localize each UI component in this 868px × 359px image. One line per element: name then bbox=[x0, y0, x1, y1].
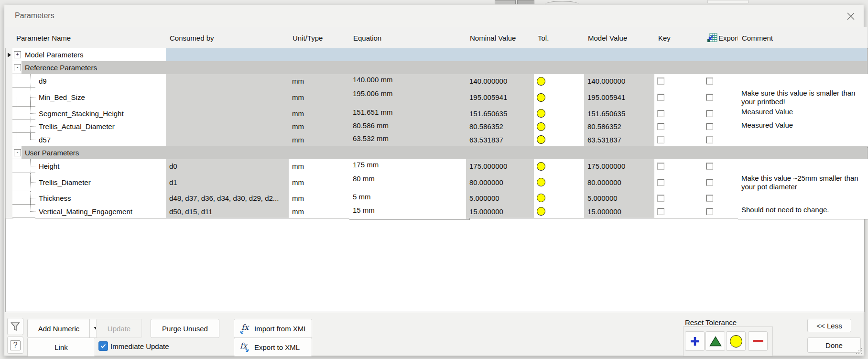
export-cell[interactable] bbox=[703, 205, 742, 218]
export-checkbox[interactable] bbox=[706, 163, 713, 170]
column-header-comment[interactable]: Comment bbox=[738, 27, 868, 49]
key-checkbox[interactable] bbox=[657, 123, 664, 130]
collapse-icon[interactable]: - bbox=[14, 149, 21, 156]
section-row-name[interactable]: Reference Parameters bbox=[22, 61, 170, 75]
tolerance-nominal-icon[interactable] bbox=[537, 109, 545, 118]
unit-cell[interactable]: mm bbox=[289, 205, 353, 218]
tolerance-nominal-icon[interactable] bbox=[537, 122, 545, 131]
column-header-unit[interactable]: Unit/Type bbox=[289, 27, 354, 49]
key-checkbox[interactable] bbox=[657, 208, 664, 215]
key-checkbox[interactable] bbox=[657, 110, 664, 117]
export-cell[interactable] bbox=[703, 74, 742, 88]
reset-tolerance-nominal-button[interactable] bbox=[726, 331, 746, 351]
unit-cell[interactable]: mm bbox=[289, 159, 353, 174]
tol-cell[interactable] bbox=[534, 173, 588, 192]
close-icon[interactable] bbox=[845, 10, 857, 22]
export-checkbox[interactable] bbox=[706, 136, 713, 143]
column-header-tol[interactable]: Tol. bbox=[534, 27, 588, 49]
export-checkbox[interactable] bbox=[706, 94, 713, 101]
comment-cell[interactable]: Should not need to change. bbox=[738, 205, 868, 219]
reset-tolerance-plus-button[interactable] bbox=[685, 331, 705, 351]
export-cell[interactable] bbox=[703, 159, 742, 174]
purge-unused-button[interactable]: Purge Unused bbox=[151, 319, 219, 338]
export-cell[interactable] bbox=[703, 191, 742, 205]
export-cell[interactable] bbox=[703, 120, 742, 133]
comment-cell[interactable] bbox=[738, 191, 868, 206]
help-button[interactable]: ? bbox=[7, 337, 23, 354]
less-button[interactable]: << Less bbox=[807, 319, 851, 332]
tol-cell[interactable] bbox=[534, 133, 588, 147]
column-header-equation[interactable]: Equation bbox=[349, 27, 470, 49]
parameter-name-cell[interactable]: Trellis_Actual_Diameter bbox=[35, 120, 170, 133]
key-cell[interactable] bbox=[654, 88, 707, 107]
key-checkbox[interactable] bbox=[657, 94, 664, 101]
tolerance-nominal-icon[interactable] bbox=[537, 162, 545, 171]
export-to-xml-button[interactable]: fx Export to XML bbox=[234, 337, 312, 357]
key-cell[interactable] bbox=[654, 205, 707, 218]
export-cell[interactable] bbox=[703, 173, 742, 192]
import-from-xml-button[interactable]: fx Import from XML bbox=[234, 319, 312, 338]
done-button[interactable]: Done bbox=[807, 337, 861, 353]
comment-cell[interactable]: Make this value ~25mm smaller than your … bbox=[738, 173, 868, 193]
comment-cell[interactable] bbox=[738, 133, 868, 148]
add-numeric-button[interactable]: Add Numeric bbox=[27, 319, 103, 338]
parameter-name-cell[interactable]: Height bbox=[35, 159, 170, 174]
tolerance-nominal-icon[interactable] bbox=[537, 93, 545, 102]
key-checkbox[interactable] bbox=[657, 179, 664, 186]
tol-cell[interactable] bbox=[534, 107, 588, 120]
export-checkbox[interactable] bbox=[706, 195, 713, 202]
update-button[interactable]: Update bbox=[96, 319, 142, 338]
export-cell[interactable] bbox=[703, 107, 742, 120]
export-checkbox[interactable] bbox=[706, 110, 713, 117]
export-cell[interactable] bbox=[703, 133, 742, 147]
key-checkbox[interactable] bbox=[657, 77, 664, 85]
key-cell[interactable] bbox=[654, 74, 707, 88]
column-header-key[interactable]: Key bbox=[654, 27, 707, 49]
export-checkbox[interactable] bbox=[706, 208, 713, 215]
comment-cell[interactable]: Make sure this value is smaller than you… bbox=[738, 88, 868, 108]
key-cell[interactable] bbox=[654, 191, 707, 205]
key-checkbox[interactable] bbox=[657, 136, 664, 143]
comment-cell[interactable] bbox=[738, 74, 868, 89]
equation-cell[interactable]: 15 mm bbox=[349, 205, 470, 220]
tolerance-nominal-icon[interactable] bbox=[537, 77, 545, 86]
column-header-model[interactable]: Model Value bbox=[584, 27, 659, 49]
parameter-name-cell[interactable]: Segment_Stacking_Height bbox=[35, 107, 170, 120]
export-checkbox[interactable] bbox=[706, 77, 713, 85]
tol-cell[interactable] bbox=[534, 74, 588, 88]
reset-tolerance-upper-button[interactable] bbox=[705, 331, 725, 351]
parameter-name-cell[interactable]: d9 bbox=[35, 74, 170, 88]
parameter-name-cell[interactable]: Min_Bed_Size bbox=[35, 88, 170, 107]
tol-cell[interactable] bbox=[534, 191, 588, 205]
key-cell[interactable] bbox=[654, 107, 707, 120]
column-header-nominal[interactable]: Nominal Value bbox=[466, 27, 538, 49]
section-row-name[interactable]: Model Parameters bbox=[22, 48, 170, 62]
tolerance-nominal-icon[interactable] bbox=[537, 135, 545, 144]
parameter-name-cell[interactable]: Trellis_Diameter bbox=[35, 173, 170, 192]
resize-grip[interactable] bbox=[856, 348, 862, 354]
parameter-name-cell[interactable]: d57 bbox=[35, 133, 170, 147]
link-button[interactable]: Link bbox=[27, 337, 95, 357]
column-header-export[interactable]: Export bbox=[703, 27, 742, 49]
expand-icon[interactable]: + bbox=[14, 51, 21, 58]
parameter-name-cell[interactable]: Vertical_Mating_Engagement bbox=[35, 205, 170, 218]
immediate-update-checkbox[interactable] bbox=[98, 341, 108, 351]
export-cell[interactable] bbox=[703, 88, 742, 107]
tolerance-nominal-icon[interactable] bbox=[537, 178, 545, 186]
section-row-name[interactable]: User Parameters bbox=[22, 146, 170, 160]
unit-cell[interactable]: mm bbox=[289, 191, 353, 205]
unit-cell[interactable]: mm bbox=[289, 173, 353, 192]
tol-cell[interactable] bbox=[534, 88, 588, 107]
tol-cell[interactable] bbox=[534, 205, 588, 218]
export-checkbox[interactable] bbox=[706, 179, 713, 186]
equation-cell[interactable]: 80 mm bbox=[349, 173, 470, 193]
export-checkbox[interactable] bbox=[706, 123, 713, 130]
column-header-consumed[interactable]: Consumed by bbox=[166, 27, 293, 49]
tolerance-nominal-icon[interactable] bbox=[537, 207, 545, 216]
key-cell[interactable] bbox=[654, 173, 707, 192]
tol-cell[interactable] bbox=[534, 159, 588, 174]
tolerance-nominal-icon[interactable] bbox=[537, 194, 545, 202]
filter-button[interactable] bbox=[7, 318, 23, 335]
key-cell[interactable] bbox=[654, 159, 707, 174]
collapse-icon[interactable]: - bbox=[14, 64, 21, 71]
